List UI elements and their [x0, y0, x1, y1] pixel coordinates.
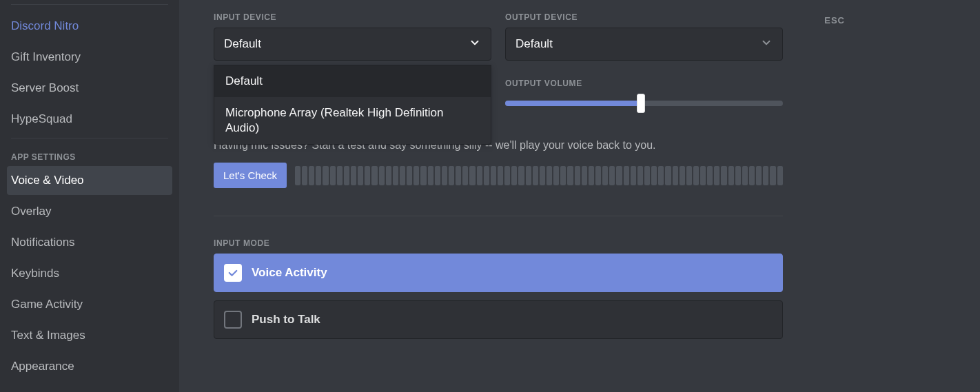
sidebar-item-keybinds[interactable]: Keybinds [7, 259, 172, 288]
vu-bar [540, 166, 545, 185]
vu-bar [567, 166, 573, 185]
mic-level-meter [295, 166, 783, 185]
input-device-select[interactable]: Default [214, 28, 491, 61]
vu-bar [582, 166, 587, 185]
input-device-value: Default [224, 37, 261, 51]
sidebar-item-gift-inventory[interactable]: Gift Inventory [7, 43, 172, 72]
vu-bar [560, 166, 566, 185]
input-mode-push-to-talk[interactable]: Push to Talk [214, 300, 783, 339]
vu-bar [589, 166, 594, 185]
vu-bar [602, 166, 608, 185]
vu-bar [330, 166, 336, 185]
vu-bar [435, 166, 440, 185]
vu-bar [469, 166, 475, 185]
sidebar-item-text-images[interactable]: Text & Images [7, 321, 172, 350]
vu-bar [344, 166, 349, 185]
slider-fill [505, 101, 641, 106]
sidebar-item-discord-nitro[interactable]: Discord Nitro [7, 12, 172, 41]
vu-bar [728, 166, 734, 185]
vu-bar [714, 166, 719, 185]
divider [214, 216, 783, 216]
vu-bar [547, 166, 552, 185]
input-device-dropdown: Default Microphone Array (Realtek High D… [214, 65, 491, 145]
vu-bar [693, 166, 699, 185]
vu-bar [595, 166, 601, 185]
dropdown-option-default[interactable]: Default [214, 65, 491, 97]
vu-bar [749, 166, 755, 185]
input-mode-voice-activity[interactable]: Voice Activity [214, 254, 783, 292]
vu-bar [491, 166, 496, 185]
vu-bar [393, 166, 398, 185]
sidebar-item-hypesquad[interactable]: HypeSquad [7, 105, 172, 134]
input-device-label: INPUT DEVICE [214, 12, 491, 22]
vu-bar [386, 166, 391, 185]
vu-bar [295, 166, 300, 185]
vu-bar [631, 166, 636, 185]
vu-bar [420, 166, 426, 185]
vu-bar [511, 166, 517, 185]
vu-bar [379, 166, 385, 185]
vu-bar [553, 166, 559, 185]
vu-bar [609, 166, 615, 185]
sidebar-header-app-settings: APP SETTINGS [7, 145, 172, 166]
vu-bar [651, 166, 657, 185]
vu-bar [637, 166, 643, 185]
settings-sidebar: Discord Nitro Gift Inventory Server Boos… [0, 0, 179, 392]
vu-bar [735, 166, 741, 185]
input-mode-label: INPUT MODE [214, 238, 783, 248]
vu-bar [658, 166, 664, 185]
vu-bar [477, 166, 482, 185]
vu-bar [323, 166, 328, 185]
output-volume-slider[interactable] [505, 101, 783, 106]
vu-bar [526, 166, 531, 185]
sidebar-item-server-boost[interactable]: Server Boost [7, 74, 172, 103]
vu-bar [680, 166, 685, 185]
checkbox-checked-icon [224, 264, 242, 282]
vu-bar [721, 166, 726, 185]
vu-bar [337, 166, 343, 185]
vu-bar [700, 166, 706, 185]
vu-bar [428, 166, 433, 185]
output-device-select[interactable]: Default [505, 28, 783, 61]
mode-label: Push to Talk [252, 313, 320, 327]
output-device-label: OUTPUT DEVICE [505, 12, 783, 22]
sidebar-item-appearance[interactable]: Appearance [7, 352, 172, 381]
esc-label[interactable]: ESC [824, 15, 845, 25]
vu-bar [442, 166, 447, 185]
vu-bar [462, 166, 468, 185]
divider [11, 138, 168, 138]
lets-check-button[interactable]: Let's Check [214, 163, 287, 188]
slider-thumb[interactable] [637, 94, 645, 113]
vu-bar [371, 166, 377, 185]
chevron-down-icon [760, 37, 773, 52]
vu-bar [707, 166, 713, 185]
vu-bar [624, 166, 629, 185]
vu-bar [484, 166, 489, 185]
sidebar-item-game-activity[interactable]: Game Activity [7, 290, 172, 319]
checkbox-unchecked-icon [224, 311, 242, 329]
vu-bar [456, 166, 461, 185]
divider [11, 4, 168, 5]
vu-bar [414, 166, 419, 185]
vu-bar [351, 166, 356, 185]
vu-bar [358, 166, 363, 185]
vu-bar [518, 166, 524, 185]
vu-bar [756, 166, 762, 185]
vu-bar [742, 166, 748, 185]
mode-label: Voice Activity [252, 266, 327, 280]
vu-bar [309, 166, 314, 185]
sidebar-item-overlay[interactable]: Overlay [7, 197, 172, 226]
sidebar-item-streamer-mode[interactable]: Streamer Mode [7, 383, 172, 392]
sidebar-item-voice-video[interactable]: Voice & Video [7, 166, 172, 195]
output-device-value: Default [515, 37, 553, 51]
vu-bar [533, 166, 538, 185]
vu-bar [575, 166, 580, 185]
sidebar-item-notifications[interactable]: Notifications [7, 228, 172, 257]
vu-bar [302, 166, 307, 185]
vu-bar [365, 166, 370, 185]
vu-bar [665, 166, 671, 185]
dropdown-option-mic-array[interactable]: Microphone Array (Realtek High Definitio… [214, 97, 491, 144]
vu-bar [673, 166, 678, 185]
vu-bar [777, 166, 783, 185]
vu-bar [763, 166, 768, 185]
